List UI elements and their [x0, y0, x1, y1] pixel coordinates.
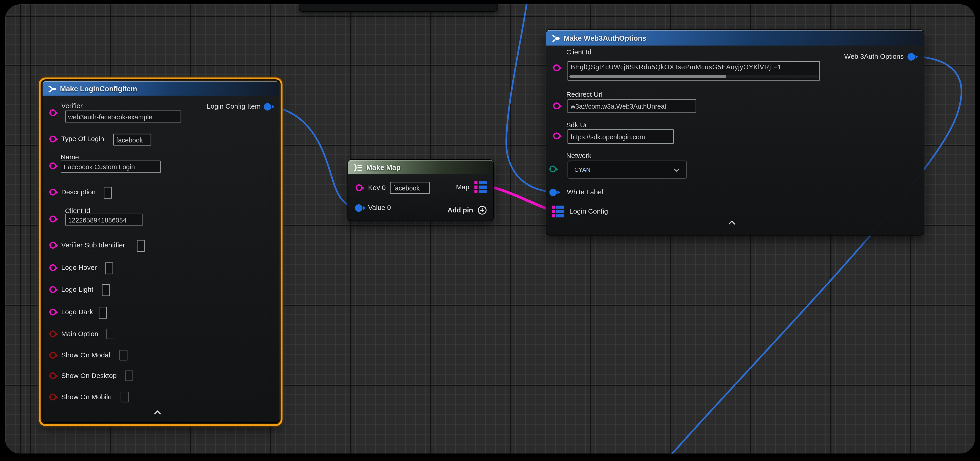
make-struct-icon: [551, 34, 560, 42]
pin-label: Type Of Login: [61, 135, 104, 143]
add-pin-icon[interactable]: [477, 205, 487, 215]
pin-label: Login Config: [570, 207, 608, 215]
client-id-field[interactable]: 1222658941886084: [65, 214, 143, 226]
logo-hover-field[interactable]: [105, 262, 113, 274]
map-pin-icon[interactable]: [474, 181, 487, 193]
description-field[interactable]: [104, 187, 112, 199]
output-pin-web3auth-options[interactable]: [907, 53, 915, 60]
redirect-url-field[interactable]: w3a://com.w3a.Web3AuthUnreal: [568, 99, 696, 113]
node-header[interactable]: Make Web3AuthOptions: [546, 30, 924, 46]
graph-canvas[interactable]: Make LoginConfigItem Login Config Item V…: [5, 4, 975, 453]
node-title: Make LoginConfigItem: [60, 85, 137, 92]
offscreen-node-bottom-edge[interactable]: [299, 4, 498, 12]
make-struct-icon: [48, 84, 56, 93]
wire-to-white-label[interactable]: [506, 4, 550, 192]
collapse-chevron-icon[interactable]: [727, 221, 736, 225]
network-dropdown[interactable]: CYAN: [568, 161, 687, 179]
pin-label: Sdk Url: [566, 121, 589, 129]
pin-value-0[interactable]: [355, 204, 363, 212]
pin-label: Verifier Sub Identifier: [61, 241, 125, 249]
node-title: Make Web3AuthOptions: [564, 34, 646, 42]
sdk-url-field[interactable]: https://sdk.openlogin.com: [568, 129, 674, 144]
blueprint-editor: Make LoginConfigItem Login Config Item V…: [0, 0, 980, 461]
pin-white-label[interactable]: [549, 189, 557, 196]
pin-logo-light[interactable]: [49, 286, 56, 293]
pin-label: Key 0: [368, 184, 386, 191]
field-scrollbar-track: [570, 75, 818, 78]
pin-label: Value 0: [368, 204, 391, 211]
node-make-loginconfigitem[interactable]: Make LoginConfigItem Login Config Item V…: [42, 81, 279, 423]
type-of-login-field[interactable]: facebook: [113, 134, 151, 146]
output-pin-login-config-item[interactable]: [264, 103, 271, 111]
output-pin-label: Login Config Item: [207, 102, 261, 110]
collapse-chevron-icon[interactable]: [153, 410, 162, 415]
pin-verifier[interactable]: [49, 109, 56, 116]
pin-label: Client Id: [65, 207, 90, 214]
pin-label: Network: [566, 152, 591, 159]
pin-label: Logo Hover: [61, 264, 97, 271]
pin-label: Name: [60, 153, 79, 161]
output-pin-label: Map: [456, 183, 469, 191]
verifier-field[interactable]: web3auth-facebook-example: [65, 111, 181, 122]
node-header[interactable]: Make LoginConfigItem: [43, 81, 279, 95]
pin-label: Show On Mobile: [61, 393, 112, 401]
pin-show-on-modal[interactable]: [49, 352, 56, 359]
pin-name[interactable]: [49, 162, 56, 169]
pin-label: Logo Light: [61, 286, 93, 293]
pin-redirect-url[interactable]: [553, 102, 560, 109]
field-scrollbar-thumb[interactable]: [570, 75, 726, 78]
pin-label: Description: [61, 188, 95, 196]
output-pin-label: Web 3Auth Options: [844, 52, 904, 60]
pin-key-0[interactable]: [356, 184, 363, 191]
pin-label: Client Id: [566, 48, 591, 56]
pin-logo-dark[interactable]: [49, 309, 56, 316]
node-make-web3authoptions[interactable]: Make Web3AuthOptions Web 3Auth Options C…: [546, 29, 924, 235]
pin-client-id[interactable]: [553, 64, 560, 71]
network-dropdown-value: CYAN: [574, 166, 590, 173]
logo-light-field[interactable]: [102, 284, 110, 296]
pin-client-id[interactable]: [49, 216, 56, 223]
show-on-modal-checkbox[interactable]: [119, 350, 128, 360]
chevron-down-icon: [673, 168, 680, 172]
pin-label: Logo Dark: [61, 308, 93, 316]
pin-label: Show On Modal: [61, 351, 110, 359]
show-on-mobile-checkbox[interactable]: [121, 392, 129, 402]
pin-label: Redirect Url: [566, 91, 603, 98]
pin-network[interactable]: [549, 165, 556, 172]
login-config-map-pin-icon[interactable]: [552, 205, 564, 218]
node-title: Make Map: [366, 164, 401, 171]
add-pin-label: Add pin: [447, 206, 473, 214]
pin-show-on-desktop[interactable]: [49, 372, 56, 379]
make-container-icon: [353, 163, 363, 172]
logo-dark-field[interactable]: [99, 307, 107, 318]
wire-loginconfigitem-to-value0[interactable]: [267, 106, 358, 207]
verifier-sub-identifier-field[interactable]: [137, 240, 145, 252]
pin-verifier-sub-identifier[interactable]: [49, 242, 56, 248]
pin-label: Show On Desktop: [61, 372, 117, 379]
node-header[interactable]: Make Map: [348, 160, 493, 174]
pin-sdk-url[interactable]: [553, 132, 560, 139]
pin-main-option[interactable]: [49, 331, 56, 337]
pin-label: Main Option: [61, 330, 99, 337]
main-option-checkbox[interactable]: [106, 329, 115, 339]
pin-type-of-login[interactable]: [49, 136, 56, 143]
node-make-map[interactable]: Make Map Key 0 facebook Map Value 0 Add …: [347, 159, 494, 221]
key-0-field[interactable]: facebook: [390, 182, 430, 194]
pin-label: White Label: [567, 188, 603, 196]
name-field[interactable]: Facebook Custom Login: [60, 161, 161, 173]
pin-logo-hover[interactable]: [49, 264, 56, 271]
pin-label: Verifier: [61, 102, 83, 109]
show-on-desktop-checkbox[interactable]: [125, 370, 133, 381]
pin-show-on-mobile[interactable]: [49, 394, 56, 401]
pin-description[interactable]: [49, 189, 56, 196]
